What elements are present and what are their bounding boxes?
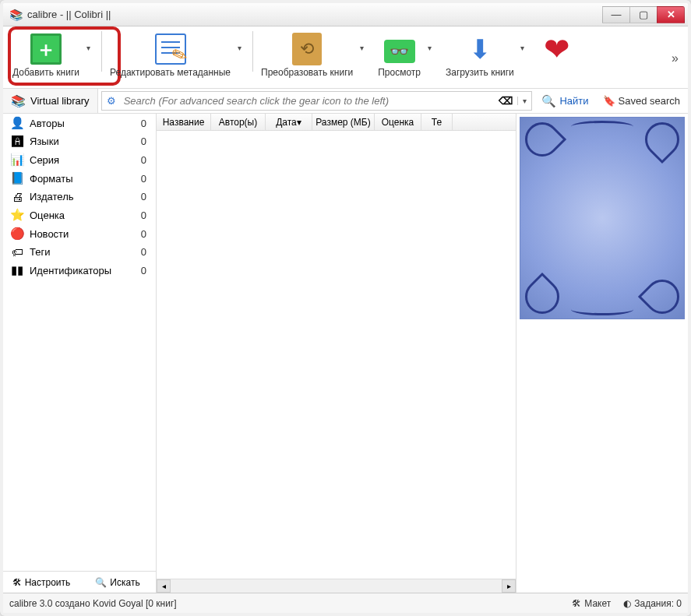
category-label: Издатель	[30, 191, 74, 202]
category-row[interactable]: ⭐Оценка0	[3, 206, 156, 224]
book-grid[interactable]	[157, 131, 516, 579]
search-input[interactable]	[121, 95, 495, 107]
horizontal-scrollbar[interactable]: ◂ ▸	[157, 579, 516, 593]
find-button[interactable]: 🔍 Найти	[535, 89, 594, 113]
add-books-icon: ＋	[30, 33, 62, 65]
category-row[interactable]: 👤Авторы0	[3, 114, 156, 132]
category-row[interactable]: 🅰Языки0	[3, 132, 156, 150]
donate-button[interactable]: ❤	[536, 30, 578, 69]
search-history-dropdown[interactable]: ▾	[517, 97, 531, 105]
download-books-dropdown[interactable]: ▾	[517, 30, 528, 65]
category-row[interactable]: 🔴Новости0	[3, 224, 156, 243]
status-text: calibre 3.0 создано Kovid Goyal [0 книг]	[9, 598, 177, 609]
scroll-right-button[interactable]: ▸	[502, 579, 516, 593]
category-row[interactable]: 🖨Издатель0	[3, 188, 156, 206]
edit-metadata-button[interactable]: Редактировать метаданные	[107, 30, 234, 79]
category-count: 0	[141, 154, 150, 166]
column-headers: НазваниеАвтор(ы)Дата ▾Размер (МБ)ОценкаТ…	[157, 114, 516, 131]
scroll-left-button[interactable]: ◂	[157, 579, 171, 593]
books-icon: 📚	[11, 94, 26, 108]
jobs-button[interactable]: ◐Задания: 0	[623, 598, 682, 609]
scroll-track[interactable]	[171, 579, 502, 593]
category-label: Серия	[30, 154, 59, 166]
search-icon: 🔍	[95, 577, 107, 588]
clear-search-button[interactable]: ⌫	[494, 95, 517, 107]
column-header[interactable]: Размер (МБ)	[312, 114, 375, 130]
virtual-library-button[interactable]: 📚 Virtual library	[3, 89, 98, 113]
search-row: 📚 Virtual library ⚙ ⌫ ▾ 🔍 Найти 🔖 Saved …	[3, 89, 688, 114]
minimize-button[interactable]: —	[602, 6, 630, 23]
edit-icon	[155, 33, 186, 65]
category-icon: 🖨	[9, 190, 25, 203]
search-icon: 🔍	[541, 94, 556, 108]
search-box: ⚙ ⌫ ▾	[101, 91, 533, 111]
add-books-button[interactable]: ＋ Добавить книги	[9, 30, 83, 79]
convert-books-button[interactable]: ⟲ Преобразовать книги	[258, 30, 356, 79]
column-header[interactable]: Те	[421, 114, 453, 130]
category-label: Теги	[30, 246, 50, 258]
category-count: 0	[141, 136, 150, 147]
category-icon: 📘	[9, 171, 25, 185]
search-tags-button[interactable]: 🔍Искать	[79, 577, 156, 588]
category-count: 0	[141, 118, 150, 129]
window-title: calibre - || Colibri ||	[27, 9, 111, 20]
tag-browser-sidebar: 👤Авторы0🅰Языки0📊Серия0📘Форматы0🖨Издатель…	[3, 114, 157, 593]
category-icon: ⭐	[9, 208, 25, 222]
category-row[interactable]: 📊Серия0	[3, 150, 156, 169]
wrench-icon: 🛠	[12, 577, 22, 588]
column-header[interactable]: Дата ▾	[266, 114, 312, 130]
bookmark-icon: 🔖	[603, 95, 615, 107]
cover-panel	[516, 114, 688, 593]
edit-metadata-dropdown[interactable]: ▾	[234, 30, 245, 65]
category-row[interactable]: 📘Форматы0	[3, 169, 156, 188]
category-icon: 🔴	[9, 227, 25, 241]
category-label: Языки	[30, 136, 59, 147]
app-icon: 📚	[9, 9, 23, 21]
category-count: 0	[141, 246, 150, 258]
category-count: 0	[141, 265, 150, 276]
book-list-panel: НазваниеАвтор(ы)Дата ▾Размер (МБ)ОценкаТ…	[157, 114, 516, 593]
category-label: Авторы	[30, 118, 65, 129]
close-button[interactable]: ✕	[657, 6, 685, 23]
view-dropdown[interactable]: ▾	[424, 30, 435, 65]
convert-icon: ⟲	[292, 33, 322, 65]
category-icon: 👤	[9, 116, 25, 130]
maximize-button[interactable]: ▢	[629, 6, 658, 23]
configure-button[interactable]: 🛠Настроить	[3, 577, 79, 588]
category-icon: 📊	[9, 153, 25, 167]
category-label: Форматы	[30, 173, 73, 185]
saved-search-button[interactable]: 🔖 Saved search	[595, 89, 689, 113]
statusbar: calibre 3.0 создано Kovid Goyal [0 книг]…	[3, 593, 688, 613]
sort-indicator-icon: ▾	[297, 117, 301, 128]
category-count: 0	[141, 209, 150, 221]
category-icon: 🅰	[9, 135, 25, 148]
category-label: Идентификаторы	[30, 265, 111, 276]
category-row[interactable]: 🏷Теги0	[3, 243, 156, 261]
column-header[interactable]: Автор(ы)	[211, 114, 266, 130]
add-books-dropdown[interactable]: ▾	[83, 30, 93, 65]
heart-icon: ❤	[544, 31, 570, 67]
view-icon: 👓	[384, 40, 415, 63]
category-row[interactable]: ▮▮Идентификаторы0	[3, 261, 156, 280]
wrench-icon: 🛠	[572, 598, 581, 609]
layout-button[interactable]: 🛠Макет	[572, 598, 611, 609]
titlebar: 📚 calibre - || Colibri || — ▢ ✕	[3, 3, 688, 26]
book-cover-placeholder	[520, 117, 685, 319]
download-books-button[interactable]: ⬇ Загрузить книги	[442, 30, 517, 79]
category-label: Новости	[30, 228, 69, 240]
category-count: 0	[141, 173, 150, 185]
column-header[interactable]: Оценка	[375, 114, 421, 130]
convert-books-dropdown[interactable]: ▾	[356, 30, 367, 65]
gear-icon[interactable]: ⚙	[102, 95, 121, 107]
category-label: Оценка	[30, 209, 65, 221]
main-toolbar: ＋ Добавить книги ▾ Редактировать метадан…	[3, 26, 688, 89]
spinner-icon: ◐	[623, 598, 631, 609]
category-icon: 🏷	[9, 245, 25, 259]
download-icon: ⬇	[464, 33, 495, 65]
category-count: 0	[141, 191, 150, 202]
toolbar-overflow[interactable]: »	[668, 48, 682, 69]
category-icon: ▮▮	[9, 263, 25, 277]
category-count: 0	[141, 228, 150, 240]
view-button[interactable]: 👓 Просмотр	[375, 30, 424, 79]
column-header[interactable]: Название	[157, 114, 211, 130]
